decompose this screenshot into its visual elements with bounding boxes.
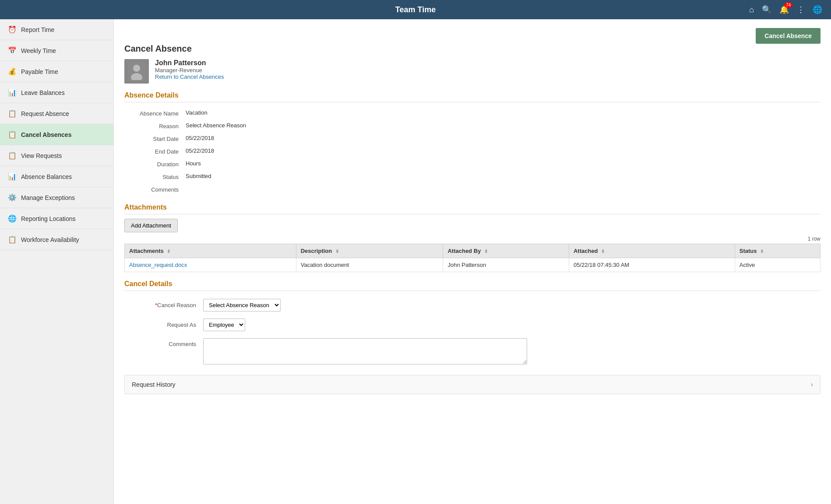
cell-file: Absence_request.docx — [125, 258, 296, 272]
sidebar-item-reporting-locations[interactable]: 🌐 Reporting Locations — [0, 208, 113, 229]
main-content: Cancel Absence Cancel Absence John Patte… — [114, 19, 831, 504]
form-row-request-as: Request As Employee — [124, 315, 820, 335]
start-date-label: Start Date — [124, 135, 186, 142]
sidebar-label-leave-balances: Leave Balances — [21, 89, 65, 96]
chevron-right-icon: › — [811, 381, 813, 388]
attachments-table: Attachments ⇕ Description ⇕ Attached By … — [124, 244, 820, 272]
absence-balances-icon: 📊 — [8, 172, 17, 181]
page-header-row: Cancel Absence — [124, 28, 820, 44]
sidebar-label-view-requests: View Requests — [21, 152, 62, 159]
cancel-reason-label: *Cancel Reason — [124, 302, 203, 308]
sidebar-item-request-absence[interactable]: 📋 Request Absence — [0, 103, 113, 124]
sidebar-label-absence-balances: Absence Balances — [21, 173, 72, 180]
sidebar-item-view-requests[interactable]: 📋 View Requests — [0, 145, 113, 166]
cancel-details-header: Cancel Details — [124, 280, 820, 291]
sort-icon-status[interactable]: ⇕ — [760, 249, 764, 254]
absence-name-label: Absence Name — [124, 109, 186, 117]
more-icon[interactable]: ⋮ — [797, 5, 805, 14]
request-history-bar[interactable]: Request History › — [124, 375, 820, 394]
form-row-cancel-reason: *Cancel Reason Select Absence Reason — [124, 295, 820, 315]
avatar — [124, 59, 149, 84]
form-row-end-date: End Date 05/22/2018 — [124, 145, 820, 158]
view-requests-icon: 📋 — [8, 151, 17, 160]
sidebar-label-manage-exceptions: Manage Exceptions — [21, 194, 75, 201]
avatar-image — [128, 63, 145, 80]
svg-point-1 — [133, 65, 140, 72]
sidebar-label-report-time: Report Time — [21, 26, 54, 33]
row-count: 1 row — [124, 236, 820, 242]
end-date-label: End Date — [124, 147, 186, 155]
weekly-time-icon: 📅 — [8, 46, 17, 55]
form-row-duration: Duration Hours — [124, 158, 820, 170]
end-date-value: 05/22/2018 — [186, 147, 214, 154]
cancel-details-form: *Cancel Reason Select Absence Reason Req… — [124, 295, 820, 368]
absence-name-value: Vacation — [186, 109, 208, 116]
absence-details-form: Absence Name Vacation Reason Select Abse… — [124, 107, 820, 196]
cell-description: Vacation document — [296, 258, 443, 272]
sort-icon-attached-by[interactable]: ⇕ — [484, 249, 488, 254]
cell-attached-by: John Patterson — [443, 258, 569, 272]
sidebar-item-payable-time[interactable]: 💰 Payable Time — [0, 61, 113, 82]
notification-icon[interactable]: 🔔 74 — [779, 5, 789, 14]
col-description: Description ⇕ — [296, 244, 443, 258]
comments-label-cancel: Comments — [124, 338, 203, 347]
employee-header: John Patterson Manager-Revenue Return to… — [124, 59, 820, 84]
cancel-absence-button[interactable]: Cancel Absence — [756, 28, 820, 44]
sidebar-item-manage-exceptions[interactable]: ⚙️ Manage Exceptions — [0, 187, 113, 208]
sidebar-item-cancel-absences[interactable]: 📋 Cancel Absences — [0, 124, 113, 145]
col-attached-by: Attached By ⇕ — [443, 244, 569, 258]
add-attachment-button[interactable]: Add Attachment — [124, 219, 178, 232]
comments-textarea[interactable] — [203, 338, 527, 364]
leave-balances-icon: 📊 — [8, 88, 17, 97]
file-link[interactable]: Absence_request.docx — [129, 262, 187, 268]
workforce-availability-icon: 📋 — [8, 235, 17, 244]
col-attachments: Attachments ⇕ — [125, 244, 296, 258]
sidebar-item-report-time[interactable]: ⏰ Report Time — [0, 19, 113, 40]
form-row-status: Status Submitted — [124, 170, 820, 183]
sort-icon-description[interactable]: ⇕ — [335, 249, 339, 254]
form-row-reason: Reason Select Absence Reason — [124, 119, 820, 132]
status-label: Status — [124, 173, 186, 180]
sort-icon-attachments[interactable]: ⇕ — [167, 249, 170, 254]
payable-time-icon: 💰 — [8, 67, 17, 76]
sidebar-item-workforce-availability[interactable]: 📋 Workforce Availability — [0, 229, 113, 250]
sidebar-label-workforce-availability: Workforce Availability — [21, 236, 79, 243]
attachments-header: Attachments — [124, 203, 820, 214]
sidebar-label-reporting-locations: Reporting Locations — [21, 215, 76, 222]
request-absence-icon: 📋 — [8, 109, 17, 118]
layout: ⏰ Report Time 📅 Weekly Time 💰 Payable Ti… — [0, 19, 831, 504]
top-bar: Team Time ⌂ 🔍 🔔 74 ⋮ 🌐 — [0, 0, 831, 19]
sidebar-item-leave-balances[interactable]: 📊 Leave Balances — [0, 82, 113, 103]
sort-icon-attached[interactable]: ⇕ — [601, 249, 605, 254]
sidebar-item-absence-balances[interactable]: 📊 Absence Balances — [0, 166, 113, 187]
employee-name: John Patterson — [155, 59, 224, 67]
form-row-absence-name: Absence Name Vacation — [124, 107, 820, 119]
status-value: Submitted — [186, 173, 211, 179]
page-title: Cancel Absence — [124, 44, 820, 54]
reason-value: Select Absence Reason — [186, 122, 246, 129]
manage-exceptions-icon: ⚙️ — [8, 193, 17, 202]
home-icon[interactable]: ⌂ — [749, 5, 754, 14]
absence-details-header: Absence Details — [124, 91, 820, 102]
table-row: Absence_request.docx Vacation document J… — [125, 258, 820, 272]
return-link[interactable]: Return to Cancel Absences — [155, 74, 224, 80]
report-time-icon: ⏰ — [8, 25, 17, 34]
notification-badge: 74 — [784, 2, 792, 8]
col-attached: Attached ⇕ — [569, 244, 735, 258]
sidebar-item-weekly-time[interactable]: 📅 Weekly Time — [0, 40, 113, 61]
col-status: Status ⇕ — [735, 244, 820, 258]
employee-info: John Patterson Manager-Revenue Return to… — [155, 59, 224, 80]
request-as-select[interactable]: Employee — [203, 318, 245, 331]
globe-icon[interactable]: 🌐 — [813, 5, 822, 14]
start-date-value: 05/22/2018 — [186, 135, 214, 141]
sidebar-label-payable-time: Payable Time — [21, 68, 58, 75]
sidebar: ⏰ Report Time 📅 Weekly Time 💰 Payable Ti… — [0, 19, 114, 504]
top-bar-icons: ⌂ 🔍 🔔 74 ⋮ 🌐 — [749, 5, 822, 14]
sidebar-label-request-absence: Request Absence — [21, 110, 69, 117]
cell-status: Active — [735, 258, 820, 272]
app-title: Team Time — [395, 5, 436, 14]
cancel-reason-select[interactable]: Select Absence Reason — [203, 299, 281, 312]
search-icon[interactable]: 🔍 — [762, 5, 771, 14]
cell-attached: 05/22/18 07:45:30 AM — [569, 258, 735, 272]
reporting-locations-icon: 🌐 — [8, 214, 17, 223]
